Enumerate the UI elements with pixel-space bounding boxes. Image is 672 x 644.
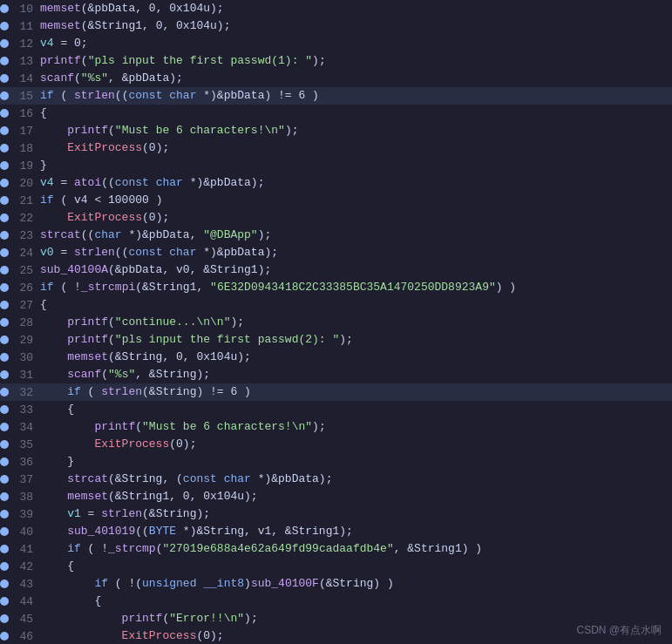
breakpoint[interactable] — [0, 231, 9, 240]
breakpoint[interactable] — [0, 580, 9, 588]
code-text: if ( v4 < 100000 ) — [40, 192, 162, 209]
breakpoint[interactable] — [0, 22, 9, 31]
code-line: 15if ( strlen((const char *)&pbData) != … — [0, 87, 672, 105]
code-line: 35 ExitProcess(0); — [0, 436, 672, 453]
breakpoint[interactable] — [0, 632, 9, 641]
breakpoint[interactable] — [0, 527, 9, 536]
line-number: 46 — [12, 630, 40, 643]
code-line: 31 scanf("%s", &String); — [0, 366, 672, 383]
line-number: 16 — [12, 107, 40, 120]
code-text: { — [40, 296, 47, 314]
line-number: 39 — [12, 508, 40, 521]
breakpoint[interactable] — [0, 510, 9, 519]
line-number: 10 — [12, 3, 40, 16]
line-number: 15 — [12, 90, 40, 103]
code-text: strcat((char *)&pbData, "@DBApp"); — [40, 227, 271, 244]
breakpoint[interactable] — [0, 109, 9, 118]
code-line: 34 printf("Must be 6 characters!\n"); — [0, 418, 672, 436]
line-number: 27 — [12, 299, 40, 312]
breakpoint[interactable] — [0, 266, 9, 275]
code-line: 46 ExitProcess(0); — [0, 627, 672, 644]
breakpoint[interactable] — [0, 301, 9, 309]
line-number: 17 — [12, 125, 40, 138]
breakpoint[interactable] — [0, 458, 9, 466]
line-number: 41 — [12, 543, 40, 556]
code-text: printf("pls input the first passwd(2): "… — [40, 331, 353, 349]
code-line: 16{ — [0, 105, 672, 122]
line-number: 19 — [12, 159, 40, 173]
breakpoint[interactable] — [0, 614, 9, 623]
code-text: memset(&String1, 0, 0x104u); — [40, 17, 230, 35]
watermark: CSDN @有点水啊 — [576, 623, 662, 638]
breakpoint[interactable] — [0, 318, 9, 327]
breakpoint[interactable] — [0, 353, 9, 362]
breakpoint[interactable] — [0, 405, 9, 414]
breakpoint[interactable] — [0, 545, 9, 553]
line-number: 20 — [12, 177, 40, 190]
code-line: 36 } — [0, 453, 672, 471]
line-number: 29 — [12, 334, 40, 347]
code-text: if ( !_strcmpi(&String1, "6E32D0943418C2… — [40, 279, 516, 296]
code-line: 39 v1 = strlen(&String); — [0, 505, 672, 523]
breakpoint[interactable] — [0, 179, 9, 187]
line-number: 13 — [12, 55, 40, 68]
code-line: 17 printf("Must be 6 characters!\n"); — [0, 122, 672, 139]
code-line: 27{ — [0, 296, 672, 314]
code-line: 32 if ( strlen(&String) != 6 ) — [0, 383, 672, 401]
code-text: } — [40, 157, 47, 174]
code-line: 42 { — [0, 558, 672, 575]
line-number: 43 — [12, 578, 40, 591]
code-line: 44 { — [0, 593, 672, 610]
line-number: 32 — [12, 386, 40, 399]
line-number: 23 — [12, 229, 40, 242]
breakpoint[interactable] — [0, 370, 9, 379]
code-text: { — [40, 401, 74, 418]
code-text: if ( strlen((const char *)&pbData) != 6 … — [40, 87, 319, 105]
code-text: { — [40, 558, 74, 575]
code-text: v4 = 0; — [40, 35, 88, 52]
breakpoint[interactable] — [0, 144, 9, 153]
breakpoint[interactable] — [0, 126, 9, 135]
code-text: printf("Must be 6 characters!\n"); — [40, 122, 298, 139]
breakpoint[interactable] — [0, 248, 9, 257]
code-line: 26if ( !_strcmpi(&String1, "6E32D0943418… — [0, 279, 672, 296]
code-text: memset(&String, 0, 0x104u); — [40, 349, 251, 366]
breakpoint[interactable] — [0, 161, 9, 170]
code-line: 20v4 = atoi((const char *)&pbData); — [0, 174, 672, 192]
code-text: { — [40, 593, 101, 610]
line-number: 12 — [12, 37, 40, 51]
line-number: 21 — [12, 194, 40, 207]
code-line: 40 sub_401019((BYTE *)&String, v1, &Stri… — [0, 523, 672, 540]
breakpoint[interactable] — [0, 214, 9, 222]
breakpoint[interactable] — [0, 336, 9, 344]
code-container: 10memset(&pbData, 0, 0x104u);11memset(&S… — [0, 0, 672, 644]
breakpoint[interactable] — [0, 440, 9, 449]
line-number: 35 — [12, 438, 40, 451]
line-number: 22 — [12, 212, 40, 225]
code-text: ExitProcess(0); — [40, 436, 196, 453]
breakpoint[interactable] — [0, 562, 9, 571]
breakpoint[interactable] — [0, 39, 9, 48]
code-line: 12v4 = 0; — [0, 35, 672, 52]
code-line: 41 if ( !_strcmp("27019e688a4e62a649fd99… — [0, 540, 672, 558]
breakpoint[interactable] — [0, 597, 9, 606]
breakpoint[interactable] — [0, 283, 9, 292]
line-number: 30 — [12, 351, 40, 364]
breakpoint[interactable] — [0, 74, 9, 83]
breakpoint[interactable] — [0, 57, 9, 65]
code-text: v1 = strlen(&String); — [40, 505, 210, 523]
breakpoint[interactable] — [0, 4, 9, 13]
breakpoint[interactable] — [0, 92, 9, 100]
breakpoint[interactable] — [0, 475, 9, 484]
code-text: v0 = strlen((const char *)&pbData); — [40, 244, 278, 261]
breakpoint[interactable] — [0, 423, 9, 431]
breakpoint[interactable] — [0, 492, 9, 501]
code-text: ExitProcess(0); — [40, 209, 169, 227]
line-number: 36 — [12, 456, 40, 469]
breakpoint[interactable] — [0, 388, 9, 397]
code-line: 37 strcat(&String, (const char *)&pbData… — [0, 471, 672, 488]
line-number: 45 — [12, 613, 40, 626]
line-number: 44 — [12, 595, 40, 608]
breakpoint[interactable] — [0, 196, 9, 205]
code-line: 43 if ( !(unsigned __int8)sub_40100F(&St… — [0, 575, 672, 593]
